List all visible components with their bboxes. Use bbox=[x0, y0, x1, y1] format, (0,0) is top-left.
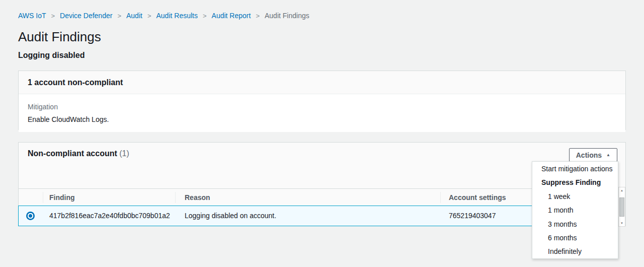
row-radio-selected-icon[interactable] bbox=[26, 212, 35, 220]
breadcrumb-audit-report[interactable]: Audit Report bbox=[212, 12, 251, 20]
breadcrumb-separator-icon: > bbox=[147, 12, 151, 20]
column-divider bbox=[440, 192, 441, 203]
table-scrollbar[interactable]: ▲ ▼ bbox=[618, 187, 625, 227]
account-settings-link[interactable]: 765219403047 bbox=[449, 206, 496, 225]
column-divider bbox=[175, 192, 176, 203]
column-header-finding[interactable]: Finding bbox=[49, 189, 75, 206]
breadcrumb-audit-results[interactable]: Audit Results bbox=[156, 12, 197, 20]
breadcrumb-separator-icon: > bbox=[117, 12, 121, 20]
breadcrumb-separator-icon: > bbox=[51, 12, 55, 20]
breadcrumb-separator-icon: > bbox=[256, 12, 260, 20]
breadcrumb: AWS IoT > Device Defender > Audit > Audi… bbox=[18, 12, 309, 20]
summary-card-header: 1 account non-compliant bbox=[19, 71, 625, 94]
breadcrumb-audit-findings-current: Audit Findings bbox=[265, 12, 309, 20]
chevron-up-icon: ▲ bbox=[606, 153, 610, 157]
audit-findings-page: AWS IoT > Device Defender > Audit > Audi… bbox=[0, 0, 644, 267]
column-header-reason[interactable]: Reason bbox=[185, 189, 210, 206]
menu-item-6-months[interactable]: 6 months bbox=[532, 231, 618, 245]
actions-menu: Start mitigation actions Suppress Findin… bbox=[532, 161, 618, 259]
column-header-account-settings[interactable]: Account settings bbox=[449, 189, 506, 206]
actions-button-label: Actions bbox=[576, 151, 602, 159]
menu-item-indefinitely[interactable]: Indefinitely bbox=[532, 245, 618, 258]
mitigation-value: Enable CloudWatch Logs. bbox=[28, 115, 616, 123]
findings-count-badge: (1) bbox=[119, 149, 129, 158]
page-subtitle: Logging disabled bbox=[18, 51, 85, 60]
table-row-selected[interactable]: 417b2f816eac7a2e40fdb0bc709b01a2 Logging… bbox=[18, 206, 619, 226]
menu-item-1-month[interactable]: 1 month bbox=[532, 204, 618, 217]
scrollbar-thumb[interactable] bbox=[619, 197, 624, 217]
actions-button[interactable]: Actions ▲ bbox=[569, 148, 617, 162]
menu-item-3-months[interactable]: 3 months bbox=[532, 218, 618, 231]
breadcrumb-aws-iot[interactable]: AWS IoT bbox=[18, 12, 46, 20]
findings-card-title: Non-compliant account bbox=[28, 149, 117, 158]
summary-card-body: Mitigation Enable CloudWatch Logs. bbox=[19, 94, 625, 132]
summary-card: 1 account non-compliant Mitigation Enabl… bbox=[18, 71, 626, 130]
menu-section-suppress-finding: Suppress Finding bbox=[532, 176, 618, 189]
scrollbar-up-icon[interactable]: ▲ bbox=[620, 189, 623, 192]
finding-id: 417b2f816eac7a2e40fdb0bc709b01a2 bbox=[49, 206, 170, 225]
menu-item-start-mitigation-actions[interactable]: Start mitigation actions bbox=[532, 162, 618, 176]
breadcrumb-device-defender[interactable]: Device Defender bbox=[60, 12, 112, 20]
column-divider bbox=[43, 192, 43, 203]
page-title: Audit Findings bbox=[18, 29, 101, 45]
summary-card-title: 1 account non-compliant bbox=[28, 78, 123, 87]
scrollbar-down-icon[interactable]: ▼ bbox=[620, 222, 623, 225]
breadcrumb-separator-icon: > bbox=[203, 12, 207, 20]
menu-item-1-week[interactable]: 1 week bbox=[532, 190, 618, 204]
breadcrumb-audit[interactable]: Audit bbox=[126, 12, 142, 20]
mitigation-label: Mitigation bbox=[28, 103, 616, 111]
finding-reason: Logging disabled on account. bbox=[185, 206, 276, 225]
